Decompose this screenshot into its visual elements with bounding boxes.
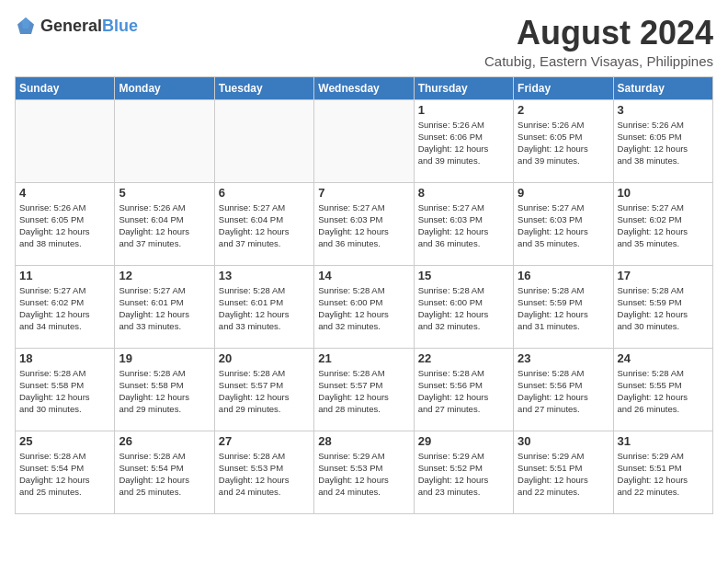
- day-info: Sunrise: 5:27 AMSunset: 6:03 PMDaylight:…: [318, 201, 409, 250]
- day-number: 2: [518, 103, 609, 117]
- day-cell: 11Sunrise: 5:27 AMSunset: 6:02 PMDayligh…: [16, 265, 115, 348]
- day-info: Sunrise: 5:28 AMSunset: 5:56 PMDaylight:…: [518, 367, 609, 416]
- day-info: Sunrise: 5:28 AMSunset: 6:00 PMDaylight:…: [318, 284, 409, 333]
- header: GeneralBlue August 2024 Catubig, Eastern…: [15, 15, 713, 69]
- day-cell: 1Sunrise: 5:26 AMSunset: 6:06 PMDaylight…: [414, 99, 513, 182]
- day-info: Sunrise: 5:27 AMSunset: 6:03 PMDaylight:…: [418, 201, 509, 250]
- day-cell: 12Sunrise: 5:27 AMSunset: 6:01 PMDayligh…: [115, 265, 214, 348]
- day-info: Sunrise: 5:29 AMSunset: 5:51 PMDaylight:…: [618, 450, 709, 499]
- day-info: Sunrise: 5:27 AMSunset: 6:04 PMDaylight:…: [219, 201, 310, 250]
- day-cell: 28Sunrise: 5:29 AMSunset: 5:53 PMDayligh…: [314, 431, 414, 513]
- day-info: Sunrise: 5:28 AMSunset: 5:59 PMDaylight:…: [618, 284, 709, 333]
- day-cell: [16, 99, 115, 182]
- calendar-body: 1Sunrise: 5:26 AMSunset: 6:06 PMDaylight…: [16, 99, 713, 513]
- day-cell: 5Sunrise: 5:26 AMSunset: 6:04 PMDaylight…: [115, 182, 214, 265]
- day-cell: 31Sunrise: 5:29 AMSunset: 5:51 PMDayligh…: [613, 431, 712, 513]
- day-cell: 22Sunrise: 5:28 AMSunset: 5:56 PMDayligh…: [414, 348, 513, 431]
- day-cell: 8Sunrise: 5:27 AMSunset: 6:03 PMDaylight…: [414, 182, 513, 265]
- day-number: 28: [318, 434, 409, 448]
- weekday-saturday: Saturday: [613, 76, 712, 99]
- day-number: 13: [219, 269, 310, 282]
- day-number: 6: [219, 186, 310, 200]
- day-info: Sunrise: 5:28 AMSunset: 5:57 PMDaylight:…: [318, 367, 409, 416]
- day-cell: [115, 99, 214, 182]
- day-cell: 19Sunrise: 5:28 AMSunset: 5:58 PMDayligh…: [115, 348, 214, 431]
- day-info: Sunrise: 5:26 AMSunset: 6:05 PMDaylight:…: [518, 119, 609, 167]
- day-number: 23: [518, 351, 609, 365]
- day-cell: 20Sunrise: 5:28 AMSunset: 5:57 PMDayligh…: [214, 348, 313, 431]
- day-number: 8: [418, 186, 509, 200]
- day-number: 11: [19, 269, 110, 282]
- day-cell: 27Sunrise: 5:28 AMSunset: 5:53 PMDayligh…: [214, 431, 313, 513]
- day-cell: 26Sunrise: 5:28 AMSunset: 5:54 PMDayligh…: [115, 431, 214, 513]
- logo-text-general: General: [40, 17, 102, 35]
- logo-text-blue: Blue: [102, 17, 138, 35]
- day-cell: 21Sunrise: 5:28 AMSunset: 5:57 PMDayligh…: [314, 348, 414, 431]
- day-info: Sunrise: 5:27 AMSunset: 6:02 PMDaylight:…: [19, 284, 110, 333]
- day-number: 24: [618, 351, 709, 365]
- day-cell: 10Sunrise: 5:27 AMSunset: 6:02 PMDayligh…: [613, 182, 712, 265]
- day-cell: 18Sunrise: 5:28 AMSunset: 5:58 PMDayligh…: [16, 348, 115, 431]
- day-cell: 16Sunrise: 5:28 AMSunset: 5:59 PMDayligh…: [514, 265, 613, 348]
- day-number: 31: [618, 434, 709, 448]
- day-number: 7: [318, 186, 409, 200]
- day-number: 9: [518, 186, 609, 200]
- day-number: 25: [19, 434, 110, 448]
- day-info: Sunrise: 5:27 AMSunset: 6:03 PMDaylight:…: [518, 201, 609, 250]
- day-info: Sunrise: 5:28 AMSunset: 5:57 PMDaylight:…: [219, 367, 310, 416]
- day-cell: [314, 99, 414, 182]
- week-row-3: 11Sunrise: 5:27 AMSunset: 6:02 PMDayligh…: [16, 265, 713, 348]
- week-row-1: 1Sunrise: 5:26 AMSunset: 6:06 PMDaylight…: [16, 99, 713, 182]
- day-info: Sunrise: 5:29 AMSunset: 5:52 PMDaylight:…: [418, 450, 509, 499]
- day-info: Sunrise: 5:28 AMSunset: 5:58 PMDaylight:…: [119, 367, 210, 416]
- day-number: 20: [219, 351, 310, 365]
- weekday-tuesday: Tuesday: [214, 76, 313, 99]
- day-number: 18: [19, 351, 110, 365]
- logo-icon: [15, 15, 37, 37]
- day-cell: 30Sunrise: 5:29 AMSunset: 5:51 PMDayligh…: [514, 431, 613, 513]
- day-number: 26: [119, 434, 210, 448]
- day-cell: 15Sunrise: 5:28 AMSunset: 6:00 PMDayligh…: [414, 265, 513, 348]
- day-number: 19: [119, 351, 210, 365]
- day-info: Sunrise: 5:28 AMSunset: 5:54 PMDaylight:…: [19, 450, 110, 499]
- day-cell: 13Sunrise: 5:28 AMSunset: 6:01 PMDayligh…: [214, 265, 313, 348]
- day-info: Sunrise: 5:28 AMSunset: 5:53 PMDaylight:…: [219, 450, 310, 499]
- day-number: 22: [418, 351, 509, 365]
- day-cell: [214, 99, 313, 182]
- day-number: 3: [618, 103, 709, 117]
- day-cell: 25Sunrise: 5:28 AMSunset: 5:54 PMDayligh…: [16, 431, 115, 513]
- day-info: Sunrise: 5:26 AMSunset: 6:04 PMDaylight:…: [119, 201, 210, 250]
- day-info: Sunrise: 5:28 AMSunset: 5:54 PMDaylight:…: [119, 450, 210, 499]
- day-info: Sunrise: 5:28 AMSunset: 5:59 PMDaylight:…: [518, 284, 609, 333]
- week-row-2: 4Sunrise: 5:26 AMSunset: 6:05 PMDaylight…: [16, 182, 713, 265]
- svg-marker-1: [22, 17, 30, 29]
- weekday-friday: Friday: [514, 76, 613, 99]
- weekday-thursday: Thursday: [414, 76, 513, 99]
- day-cell: 6Sunrise: 5:27 AMSunset: 6:04 PMDaylight…: [214, 182, 313, 265]
- day-cell: 3Sunrise: 5:26 AMSunset: 6:05 PMDaylight…: [613, 99, 712, 182]
- day-cell: 2Sunrise: 5:26 AMSunset: 6:05 PMDaylight…: [514, 99, 613, 182]
- day-number: 5: [119, 186, 210, 200]
- day-cell: 4Sunrise: 5:26 AMSunset: 6:05 PMDaylight…: [16, 182, 115, 265]
- day-number: 4: [19, 186, 110, 200]
- day-number: 10: [618, 186, 709, 200]
- day-number: 17: [618, 269, 709, 282]
- week-row-4: 18Sunrise: 5:28 AMSunset: 5:58 PMDayligh…: [16, 348, 713, 431]
- day-cell: 24Sunrise: 5:28 AMSunset: 5:55 PMDayligh…: [613, 348, 712, 431]
- day-info: Sunrise: 5:28 AMSunset: 6:01 PMDaylight:…: [219, 284, 310, 333]
- day-info: Sunrise: 5:26 AMSunset: 6:06 PMDaylight:…: [418, 119, 509, 167]
- month-year: August 2024: [484, 15, 713, 52]
- day-info: Sunrise: 5:29 AMSunset: 5:53 PMDaylight:…: [318, 450, 409, 499]
- day-number: 1: [418, 103, 509, 117]
- weekday-monday: Monday: [115, 76, 214, 99]
- week-row-5: 25Sunrise: 5:28 AMSunset: 5:54 PMDayligh…: [16, 431, 713, 513]
- weekday-header: SundayMondayTuesdayWednesdayThursdayFrid…: [16, 76, 713, 99]
- day-number: 27: [219, 434, 310, 448]
- day-number: 29: [418, 434, 509, 448]
- day-info: Sunrise: 5:28 AMSunset: 6:00 PMDaylight:…: [418, 284, 509, 333]
- weekday-sunday: Sunday: [16, 76, 115, 99]
- title-area: August 2024 Catubig, Eastern Visayas, Ph…: [484, 15, 713, 69]
- day-info: Sunrise: 5:28 AMSunset: 5:55 PMDaylight:…: [618, 367, 709, 416]
- day-info: Sunrise: 5:26 AMSunset: 6:05 PMDaylight:…: [618, 119, 709, 167]
- day-info: Sunrise: 5:27 AMSunset: 6:02 PMDaylight:…: [618, 201, 709, 250]
